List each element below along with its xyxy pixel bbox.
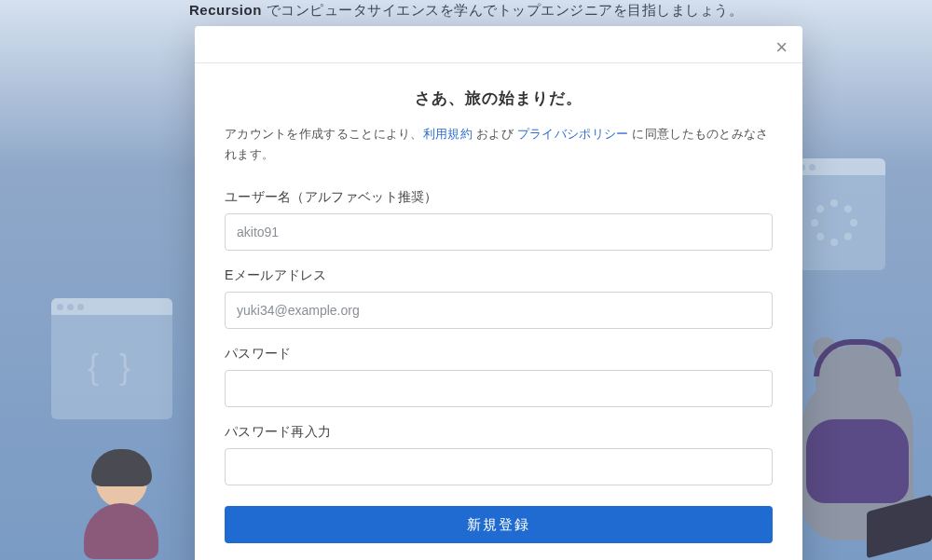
username-input[interactable] [225,213,773,251]
password-confirm-input[interactable] [225,448,773,485]
email-label: Eメールアドレス [225,267,773,284]
tagline-text: でコンピュータサイエンスを学んでトップエンジニアを目指しましょう。 [262,2,743,18]
signup-button[interactable]: 新規登録 [225,506,773,543]
signup-modal: × さあ、旅の始まりだ。 アカウントを作成することにより、利用規約 および プラ… [195,26,802,560]
bg-code-window: { } [51,298,172,419]
password-label: パスワード [225,346,773,362]
agreement-text: アカウントを作成することにより、利用規約 および プライバシポリシー に同意した… [225,124,773,165]
bg-bear-character [792,345,923,550]
close-button[interactable]: × [775,37,788,58]
modal-title: さあ、旅の始まりだ。 [225,88,773,109]
email-input[interactable] [225,292,773,329]
gear-icon [811,199,857,246]
modal-header [195,26,802,63]
username-label: ユーザー名（アルファベット推奨） [225,189,773,206]
bg-person-character [65,457,177,559]
password-input[interactable] [225,370,773,407]
brand-name: Recursion [189,2,262,18]
page-tagline: Recursion でコンピュータサイエンスを学んでトップエンジニアを目指しまし… [0,0,932,20]
password-confirm-label: パスワード再入力 [225,424,773,441]
terms-link[interactable]: 利用規約 [423,127,473,141]
privacy-link[interactable]: プライバシポリシー [517,127,629,141]
